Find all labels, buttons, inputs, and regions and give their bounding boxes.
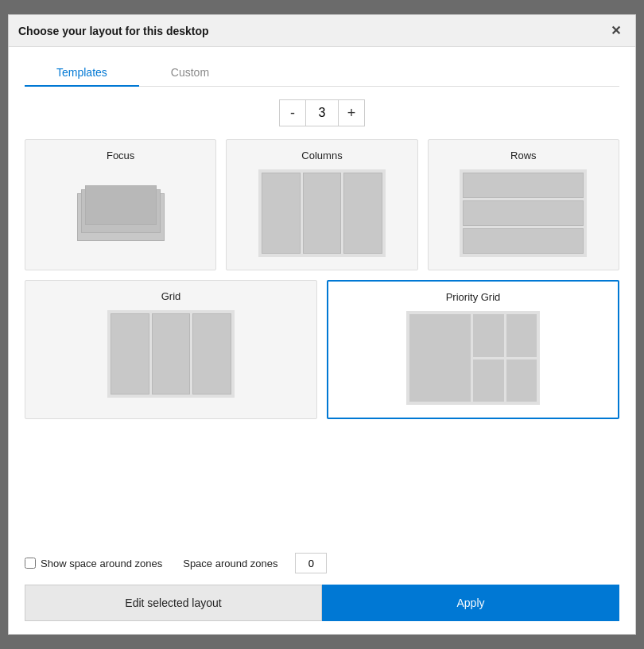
apply-button[interactable]: Apply [322,585,619,621]
rows-preview [460,169,587,257]
tab-custom[interactable]: Custom [139,60,241,87]
tabs-container: Templates Custom [25,60,619,87]
grid-col-2 [152,313,191,394]
layouts-row2: Grid Priority Grid [25,280,619,419]
dialog-title: Choose your layout for this desktop [18,25,209,37]
priority-side-col-2 [506,314,537,402]
layout-focus[interactable]: Focus [25,139,216,270]
grid-label: Grid [161,290,181,302]
col-3 [343,173,382,254]
col-1 [262,173,301,254]
bottom-buttons: Edit selected layout Apply [25,585,619,621]
priority-grid-preview [406,311,540,405]
show-space-checkbox[interactable] [25,558,36,569]
focus-label: Focus [107,150,134,161]
layouts-row1: Focus Columns [25,139,619,270]
focus-stack [77,184,165,235]
priority-side-cell-1 [473,314,504,357]
columns-preview [258,169,386,257]
grid-col-3 [192,313,231,394]
layout-dialog: Choose your layout for this desktop ✕ Te… [8,14,636,635]
show-space-label[interactable]: Show space around zones [25,558,162,569]
layout-priority-grid[interactable]: Priority Grid [327,280,619,419]
increment-button[interactable]: + [338,99,365,126]
edit-layout-button[interactable]: Edit selected layout [25,585,322,621]
layout-columns[interactable]: Columns [226,139,417,270]
focus-rect-3 [85,185,157,225]
priority-side-cell-4 [506,359,537,402]
counter-value: 3 [306,99,338,126]
priority-side-cell-3 [506,314,537,357]
priority-side-cell-2 [473,359,504,402]
decrement-button[interactable]: - [279,99,306,126]
priority-side-col-1 [473,314,504,402]
space-around-input[interactable] [295,553,327,573]
counter-row: - 3 + [25,99,619,126]
layouts-container: Focus Columns [25,139,619,543]
dialog-content: Templates Custom - 3 + Focus [9,47,635,634]
space-around-label: Space around zones [183,558,277,569]
layout-rows[interactable]: Rows [428,139,619,270]
tab-templates[interactable]: Templates [25,60,139,87]
show-space-text: Show space around zones [41,558,162,569]
priority-grid-label: Priority Grid [446,291,501,303]
row-1 [463,173,584,198]
grid-preview [107,310,235,398]
rows-label: Rows [510,150,537,161]
grid-col-1 [111,313,149,394]
row-3 [463,228,584,254]
columns-label: Columns [301,150,342,161]
priority-main-col [409,314,471,402]
title-bar: Choose your layout for this desktop ✕ [9,15,635,47]
options-section: Show space around zones Space around zon… [25,543,619,581]
close-button[interactable]: ✕ [606,21,626,40]
col-2 [303,173,342,254]
layout-grid[interactable]: Grid [25,280,317,419]
focus-preview [69,169,173,249]
row-2 [463,200,584,226]
